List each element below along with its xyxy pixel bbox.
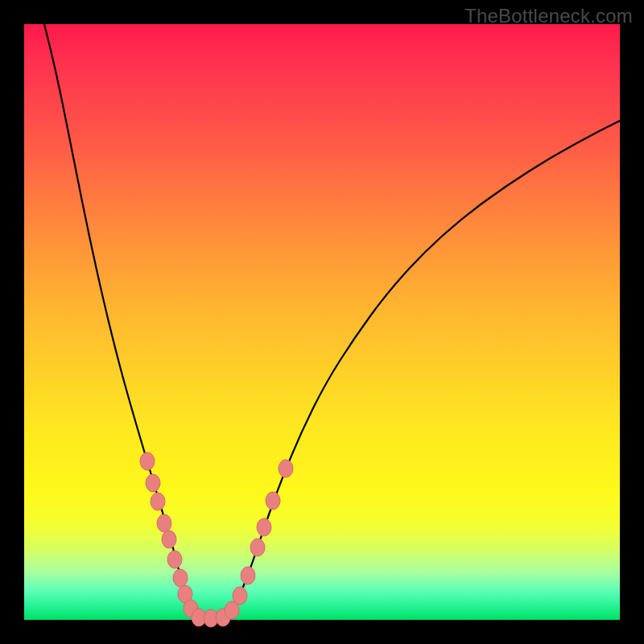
highlight-marker xyxy=(233,587,247,605)
highlight-marker xyxy=(167,551,182,568)
highlight-marker xyxy=(266,492,280,510)
highlight-marker xyxy=(162,530,176,548)
chart-frame: TheBottleneck.com xyxy=(0,0,644,644)
highlight-marker xyxy=(279,460,293,477)
highlight-marker xyxy=(140,452,155,470)
plot-area xyxy=(24,24,620,620)
highlight-marker xyxy=(257,518,271,536)
highlight-marker xyxy=(250,539,265,556)
bottleneck-curve xyxy=(40,8,620,618)
highlight-marker xyxy=(173,569,188,587)
highlight-marker xyxy=(157,514,171,532)
chart-svg xyxy=(24,24,620,620)
highlight-markers xyxy=(140,452,293,627)
highlight-marker xyxy=(241,567,255,584)
highlight-marker xyxy=(146,474,160,492)
watermark-text: TheBottleneck.com xyxy=(464,5,633,27)
highlight-marker xyxy=(151,493,165,510)
